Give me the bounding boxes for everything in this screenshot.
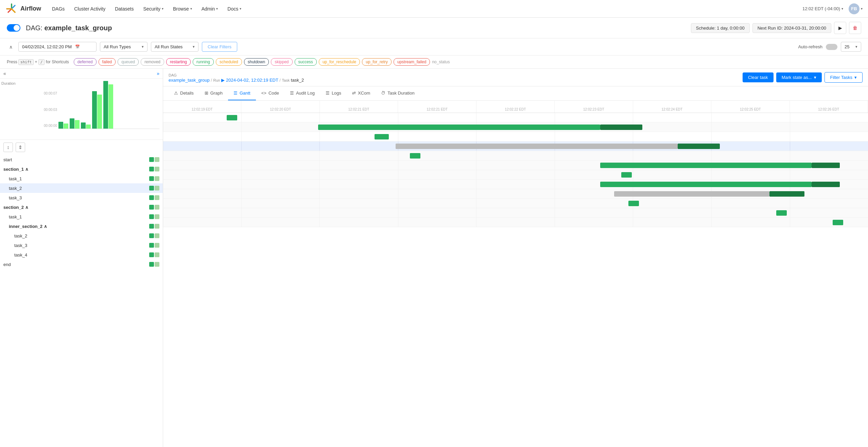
bar[interactable] — [92, 91, 97, 129]
bar[interactable] — [97, 95, 102, 129]
code-icon: <> — [261, 90, 266, 96]
dag-toggle[interactable] — [7, 24, 20, 32]
bar[interactable] — [75, 120, 80, 129]
tab-xcom[interactable]: ⇄ XCom — [347, 86, 376, 100]
breadcrumb-run-value[interactable]: ▶ 2024-04-02, 12:02:19 EDT — [221, 78, 278, 83]
bar[interactable] — [70, 118, 74, 129]
task-row-inner-task4[interactable]: task_4 — [0, 250, 163, 260]
tab-logs[interactable]: ☰ Logs — [320, 86, 347, 100]
app-name: Airflow — [20, 5, 41, 12]
breadcrumb-dag-value[interactable]: example_task_group — [169, 78, 210, 83]
badge-failed[interactable]: failed — [99, 58, 116, 66]
bar[interactable] — [64, 123, 68, 129]
mark-state-button[interactable]: Mark state as... ▾ — [776, 72, 822, 82]
dag-header: DAG: example_task_group Schedule: 1 day,… — [0, 18, 868, 38]
count-caret: ▾ — [855, 45, 857, 49]
badge-deferred[interactable]: deferred — [74, 58, 97, 66]
gantt-row-inner-section2[interactable] — [163, 180, 868, 189]
dot — [155, 186, 159, 191]
badge-skipped[interactable]: skipped — [271, 58, 292, 66]
dot — [155, 195, 159, 200]
dot — [155, 205, 159, 210]
nav-avatar[interactable]: FB — [849, 3, 860, 14]
task-row-end[interactable]: end — [0, 260, 163, 269]
tree-controls: ↕ ⇕ — [0, 140, 163, 155]
status-dots — [149, 167, 159, 171]
badge-up-for-retry[interactable]: up_for_retry — [362, 58, 392, 66]
task-row-start[interactable]: start — [0, 155, 163, 164]
badge-up-for-reschedule[interactable]: up_for_reschedule — [319, 58, 360, 66]
nav-docs[interactable]: Docs▾ — [223, 4, 245, 14]
gantt-row-section1[interactable] — [163, 122, 868, 132]
gantt-row-s1-task3[interactable] — [163, 151, 868, 161]
nav-time[interactable]: 12:02 EDT (-04:00)▾ — [802, 6, 843, 11]
nav-datasets[interactable]: Datasets — [111, 4, 138, 14]
task-row-section1[interactable]: section_1 ∧ — [0, 164, 163, 174]
badge-removed[interactable]: removed — [141, 58, 164, 66]
nav-browse[interactable]: Browse▾ — [169, 4, 196, 14]
page-count-select[interactable]: 25 ▾ — [841, 42, 861, 52]
tab-audit-log[interactable]: ☰ Audit Log — [284, 86, 320, 100]
task-row-s1-task2[interactable]: task_2 — [0, 183, 163, 193]
collapse-left-button[interactable]: « — [3, 71, 6, 76]
bar[interactable] — [86, 125, 91, 129]
gantt-bar — [614, 191, 769, 197]
collapse-all-button[interactable]: ⇕ — [16, 143, 25, 152]
bar[interactable] — [103, 81, 108, 129]
nav-security[interactable]: Security▾ — [139, 4, 168, 14]
badge-success[interactable]: success — [295, 58, 317, 66]
gantt-row-s1-task1[interactable] — [163, 132, 868, 142]
task-row-inner-section2[interactable]: inner_section_2 ∧ — [0, 221, 163, 231]
tab-task-duration[interactable]: ⏱ Task Duration — [376, 86, 420, 100]
task-row-s1-task3[interactable]: task_3 — [0, 193, 163, 202]
run-types-select[interactable]: All Run Types ▾ — [100, 42, 147, 52]
clear-filters-button[interactable]: Clear Filters — [202, 42, 237, 52]
gantt-row-s1-task2[interactable] — [163, 142, 868, 151]
nav-admin[interactable]: Admin▾ — [197, 4, 222, 14]
status-bar: Press shift + / for Shortcuts deferred f… — [0, 55, 868, 69]
filter-tasks-button[interactable]: Filter Tasks ▾ — [824, 72, 863, 83]
tab-gantt[interactable]: ☰ Gantt — [228, 86, 256, 100]
task-row-s2-task1[interactable]: task_1 — [0, 212, 163, 221]
gantt-row-inner-task2[interactable] — [163, 189, 868, 199]
task-row-s1-task1[interactable]: task_1 — [0, 174, 163, 183]
auto-refresh-toggle[interactable] — [826, 44, 837, 50]
breadcrumb-run-label: Run — [213, 78, 220, 82]
nav-dags[interactable]: DAGs — [48, 4, 69, 14]
task-row-inner-task3[interactable]: task_3 — [0, 241, 163, 250]
bar[interactable] — [58, 122, 63, 129]
expand-all-button[interactable]: ↕ — [3, 143, 13, 152]
badge-running[interactable]: running — [193, 58, 214, 66]
gantt-chart[interactable]: 12:02:19 EDT 12:02:20 EDT 12:02:21 EDT 1… — [163, 101, 868, 447]
bar[interactable] — [108, 84, 113, 129]
badge-upstream-failed[interactable]: upstream_failed — [394, 58, 430, 66]
gantt-row-end[interactable] — [163, 218, 868, 227]
dag-delete-button[interactable]: 🗑 — [849, 22, 861, 34]
badge-scheduled[interactable]: scheduled — [216, 58, 242, 66]
badge-restarting[interactable]: restarting — [166, 58, 191, 66]
gantt-row-start[interactable] — [163, 113, 868, 122]
nav-cluster-activity[interactable]: Cluster Activity — [70, 4, 109, 14]
badge-shutdown[interactable]: shutdown — [244, 58, 269, 66]
bar-group-5 — [103, 81, 113, 129]
tab-code[interactable]: <> Code — [256, 86, 284, 100]
badge-queued[interactable]: queued — [118, 58, 139, 66]
gantt-row-inner-task4[interactable] — [163, 208, 868, 218]
tab-graph[interactable]: ⊞ Graph — [199, 86, 228, 100]
date-filter-input[interactable]: 04/02/2024, 12:02:20 PM 📅 — [18, 42, 97, 52]
filter-collapse-button[interactable]: ∧ — [7, 43, 15, 51]
task-row-inner-task2[interactable]: task_2 — [0, 231, 163, 241]
dag-play-button[interactable]: ▶ — [834, 22, 846, 34]
filter-bar: ∧ 04/02/2024, 12:02:20 PM 📅 All Run Type… — [0, 38, 868, 55]
run-states-select[interactable]: All Run States ▾ — [151, 42, 198, 52]
gantt-row-s2-task1[interactable] — [163, 170, 868, 180]
bar[interactable] — [81, 122, 86, 129]
gantt-row-inner-task3[interactable] — [163, 199, 868, 208]
gantt-row-section2[interactable] — [163, 161, 868, 170]
clear-task-button[interactable]: Clear task — [743, 72, 774, 82]
expand-right-button[interactable]: » — [157, 71, 159, 76]
app-logo[interactable]: Airflow — [5, 3, 41, 15]
badge-no-status[interactable]: no_status — [432, 60, 450, 64]
task-row-section2[interactable]: section_2 ∧ — [0, 202, 163, 212]
tab-details[interactable]: ⚠ Details — [169, 86, 199, 100]
